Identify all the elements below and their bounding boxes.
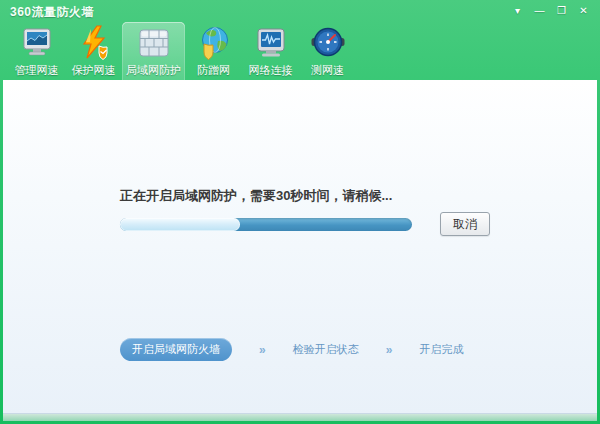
speedometer-icon <box>310 25 346 61</box>
toolbar-item-manage-speed[interactable]: 管理网速 <box>8 22 65 80</box>
toolbar-item-network-connections[interactable]: 网络连接 <box>242 22 299 80</box>
progress-fill <box>120 218 240 231</box>
app-window: 360流量防火墙 ▾ — ❐ ✕ 管理网速 <box>0 0 600 424</box>
minimize-icon[interactable]: — <box>531 3 548 18</box>
toolbar-item-speed-test[interactable]: 测网速 <box>299 22 356 80</box>
window-title: 360流量防火墙 <box>10 4 94 21</box>
toolbar-item-label: 局域网防护 <box>126 63 181 78</box>
window-controls: ▾ — ❐ ✕ <box>509 3 592 18</box>
step-separator-icon: » <box>386 343 393 357</box>
toolbar: 管理网速 保护网速 局域网防护 <box>8 22 356 80</box>
globe-shield-icon <box>196 25 232 61</box>
cancel-button[interactable]: 取消 <box>440 212 490 236</box>
progress-bar <box>120 218 412 231</box>
monitor-chart-icon <box>19 25 55 61</box>
step-complete: 开启完成 <box>419 342 463 357</box>
titlebar: 360流量防火墙 ▾ — ❐ ✕ <box>0 0 600 22</box>
maximize-icon[interactable]: ❐ <box>553 3 570 18</box>
toolbar-item-label: 防蹭网 <box>197 63 230 78</box>
window-bottom-strip <box>3 414 597 421</box>
toolbar-item-anti-freeload[interactable]: 防蹭网 <box>185 22 242 80</box>
toolbar-item-label: 管理网速 <box>15 63 59 78</box>
toolbar-item-lan-protection[interactable]: 局域网防护 <box>122 22 185 80</box>
close-icon[interactable]: ✕ <box>575 3 592 18</box>
toolbar-item-label: 网络连接 <box>249 63 293 78</box>
monitor-signal-icon <box>253 25 289 61</box>
step-check-status: 检验开启状态 <box>293 342 359 357</box>
skin-menu-icon[interactable]: ▾ <box>509 3 526 18</box>
step-enable-lan-firewall: 开启局域网防火墙 <box>120 338 232 361</box>
lightning-shield-icon <box>76 25 112 61</box>
firewall-bricks-icon <box>136 25 172 61</box>
toolbar-item-protect-speed[interactable]: 保护网速 <box>65 22 122 80</box>
toolbar-item-label: 保护网速 <box>72 63 116 78</box>
status-text: 正在开启局域网防护，需要30秒时间，请稍候... <box>120 187 392 205</box>
step-separator-icon: » <box>259 343 266 357</box>
toolbar-item-label: 测网速 <box>311 63 344 78</box>
content-panel: 正在开启局域网防护，需要30秒时间，请稍候... 取消 开启局域网防火墙 » 检… <box>3 80 597 414</box>
steps-row: 开启局域网防火墙 » 检验开启状态 » 开启完成 <box>120 338 463 361</box>
